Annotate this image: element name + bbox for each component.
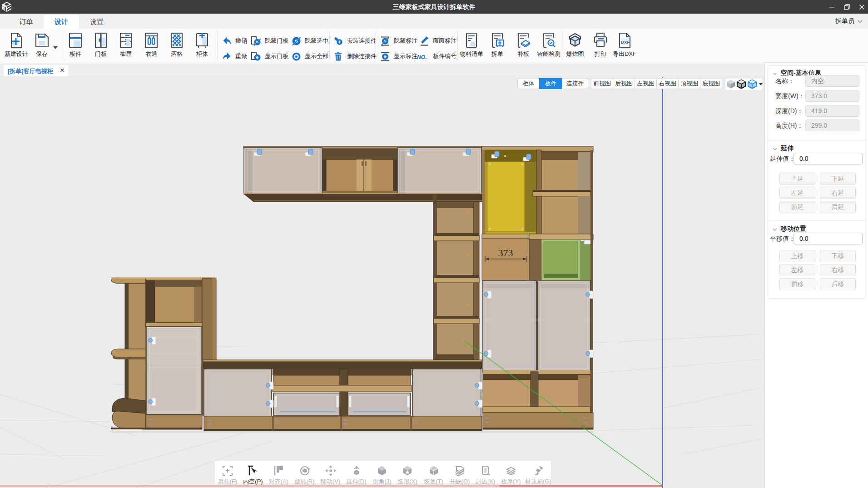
- svg-text:NO.: NO.: [417, 54, 427, 60]
- svg-text:DXF: DXF: [621, 40, 630, 45]
- svg-text:373: 373: [498, 247, 513, 259]
